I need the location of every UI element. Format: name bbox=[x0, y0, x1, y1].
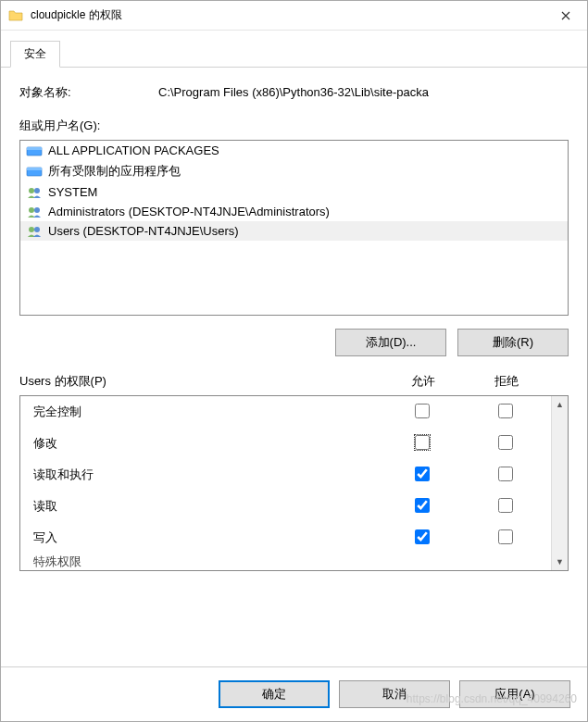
package-icon bbox=[26, 144, 43, 157]
svg-point-8 bbox=[29, 227, 34, 232]
permission-name: 修改 bbox=[33, 435, 381, 452]
scroll-track[interactable] bbox=[552, 413, 568, 554]
deny-column-header: 拒绝 bbox=[465, 373, 548, 390]
allow-checkbox[interactable] bbox=[415, 529, 430, 544]
groups-listbox[interactable]: ALL APPLICATION PACKAGES所有受限制的应用程序包SYSTE… bbox=[19, 140, 569, 316]
permission-row: 读取 bbox=[20, 491, 551, 522]
users-icon bbox=[26, 186, 43, 199]
allow-checkbox[interactable] bbox=[415, 498, 430, 513]
svg-rect-3 bbox=[27, 168, 42, 170]
object-name-row: 对象名称: C:\Program Files (x86)\Python36-32… bbox=[19, 84, 569, 101]
svg-point-5 bbox=[34, 188, 40, 193]
scroll-down-button[interactable]: ▼ bbox=[552, 554, 568, 570]
permission-row: 写入 bbox=[20, 522, 551, 554]
permissions-header: Users 的权限(P) 允许 拒绝 bbox=[19, 373, 569, 390]
allow-checkbox[interactable] bbox=[415, 404, 430, 418]
deny-checkbox[interactable] bbox=[498, 404, 513, 418]
permission-name: 写入 bbox=[33, 529, 381, 546]
apply-button[interactable]: 应用(A) bbox=[459, 680, 570, 708]
window-title: cloudpickle 的权限 bbox=[31, 7, 544, 23]
close-button[interactable] bbox=[544, 1, 587, 31]
ok-button[interactable]: 确定 bbox=[219, 680, 330, 708]
group-buttons: 添加(D)... 删除(R) bbox=[19, 329, 569, 356]
allow-column-header: 允许 bbox=[382, 373, 465, 390]
svg-point-9 bbox=[34, 227, 40, 232]
permissions-list: 完全控制修改读取和执行读取写入特殊权限 bbox=[20, 396, 551, 570]
list-item[interactable]: ALL APPLICATION PACKAGES bbox=[20, 141, 568, 160]
deny-checkbox[interactable] bbox=[498, 467, 513, 481]
object-name-value: C:\Program Files (x86)\Python36-32\Lib\s… bbox=[158, 85, 429, 99]
permission-row: 完全控制 bbox=[20, 396, 551, 428]
deny-checkbox[interactable] bbox=[498, 498, 513, 513]
object-name-label: 对象名称: bbox=[19, 84, 158, 101]
tab-security[interactable]: 安全 bbox=[10, 41, 60, 68]
add-button[interactable]: 添加(D)... bbox=[335, 329, 446, 356]
list-item[interactable]: SYSTEM bbox=[20, 182, 568, 202]
list-item-label: ALL APPLICATION PACKAGES bbox=[48, 143, 219, 157]
allow-checkbox[interactable] bbox=[415, 467, 430, 481]
titlebar: cloudpickle 的权限 bbox=[1, 1, 587, 31]
list-item-label: 所有受限制的应用程序包 bbox=[48, 163, 181, 180]
tab-content: 对象名称: C:\Program Files (x86)\Python36-32… bbox=[1, 68, 587, 666]
groups-label: 组或用户名(G): bbox=[19, 118, 569, 134]
deny-checkbox[interactable] bbox=[498, 435, 513, 450]
permission-name: 读取 bbox=[33, 498, 381, 515]
dialog-footer: 确定 取消 应用(A) bbox=[1, 666, 587, 721]
permission-row: 读取和执行 bbox=[20, 459, 551, 491]
permission-name: 特殊权限 bbox=[33, 554, 547, 570]
folder-icon bbox=[8, 8, 23, 23]
list-item-label: Users (DESKTOP-NT4JNJE\Users) bbox=[48, 224, 239, 238]
properties-dialog: cloudpickle 的权限 安全 对象名称: C:\Program File… bbox=[0, 0, 588, 722]
list-item[interactable]: Administrators (DESKTOP-NT4JNJE\Administ… bbox=[20, 202, 568, 221]
svg-point-4 bbox=[29, 188, 34, 193]
users-icon bbox=[26, 225, 43, 238]
list-item[interactable]: Users (DESKTOP-NT4JNJE\Users) bbox=[20, 221, 568, 241]
permission-name: 完全控制 bbox=[33, 404, 381, 420]
permissions-for-label: Users 的权限(P) bbox=[19, 373, 382, 390]
tab-strip: 安全 bbox=[1, 31, 587, 68]
deny-checkbox[interactable] bbox=[498, 529, 513, 544]
package-icon bbox=[26, 165, 43, 178]
scroll-up-button[interactable]: ▲ bbox=[552, 396, 568, 413]
list-item-label: SYSTEM bbox=[48, 185, 97, 199]
allow-checkbox[interactable] bbox=[415, 435, 430, 450]
list-item-label: Administrators (DESKTOP-NT4JNJE\Administ… bbox=[48, 205, 330, 218]
permission-row: 特殊权限 bbox=[20, 554, 551, 570]
permissions-scrollbar[interactable]: ▲ ▼ bbox=[551, 396, 568, 570]
svg-point-7 bbox=[34, 207, 40, 213]
permission-row: 修改 bbox=[20, 428, 551, 459]
svg-point-6 bbox=[29, 207, 34, 213]
users-icon bbox=[26, 205, 43, 218]
svg-rect-1 bbox=[27, 147, 42, 150]
list-item[interactable]: 所有受限制的应用程序包 bbox=[20, 160, 568, 182]
permissions-listbox: 完全控制修改读取和执行读取写入特殊权限 ▲ ▼ bbox=[19, 395, 569, 571]
cancel-button[interactable]: 取消 bbox=[339, 680, 450, 708]
remove-button[interactable]: 删除(R) bbox=[457, 329, 569, 356]
permission-name: 读取和执行 bbox=[33, 467, 381, 483]
